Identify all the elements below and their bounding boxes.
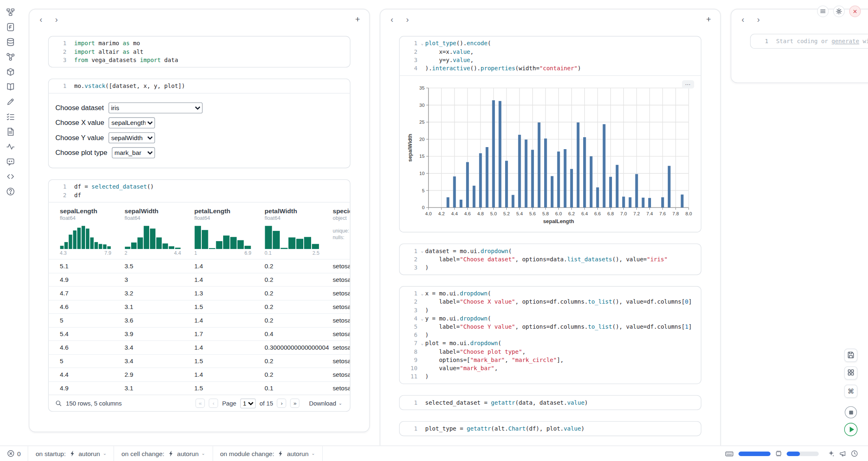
app-view-button[interactable] bbox=[844, 366, 857, 380]
choose-x-value-select[interactable]: sepalLength bbox=[108, 117, 155, 128]
fold-chevron-icon[interactable]: ⌄ bbox=[421, 289, 424, 297]
line-number: 2 bbox=[404, 255, 417, 263]
search-icon[interactable] bbox=[55, 400, 62, 406]
table-row: 4.931.40.2setosa bbox=[49, 272, 350, 286]
outline-icon bbox=[6, 112, 15, 121]
table-cell: 3.9 bbox=[125, 330, 194, 337]
cell-editor[interactable]: 1⌄dataset = mo.ui.dropdown(2 label="Choo… bbox=[399, 244, 701, 274]
table-column-header[interactable]: petalWidthfloat640.12.5 bbox=[265, 207, 333, 256]
cell-editor[interactable]: 1df = selected_dataset()2df bbox=[49, 180, 350, 202]
first-page-button[interactable]: « bbox=[196, 399, 205, 408]
sidebar-panel-packages[interactable] bbox=[6, 67, 15, 76]
shutdown-button[interactable]: × bbox=[849, 5, 861, 17]
choose-dataset-select[interactable]: iris bbox=[108, 102, 202, 113]
page-select[interactable]: 1 bbox=[240, 398, 256, 408]
column-min-max: 0.12.5 bbox=[265, 250, 319, 256]
notebook-cell: 1df = selected_dataset()2dfsepalLengthfl… bbox=[48, 179, 350, 412]
run-all-button[interactable] bbox=[844, 423, 857, 436]
keyboard-shortcuts-button[interactable]: ⌘ bbox=[844, 385, 857, 398]
column-prev-button[interactable]: ‹ bbox=[387, 14, 397, 24]
ai-assistant-icon[interactable] bbox=[828, 450, 835, 457]
sidebar-panel-file-explorer[interactable] bbox=[6, 23, 15, 32]
table-cell: 5 bbox=[60, 317, 125, 323]
sidebar-panel-datasources[interactable] bbox=[6, 38, 15, 47]
chart-options-button[interactable]: ⋯ bbox=[682, 80, 694, 88]
on-module-change-value: autorun bbox=[287, 450, 309, 457]
fold-chevron-icon[interactable]: ⌄ bbox=[421, 314, 424, 323]
on-startup-setting[interactable]: on startup: autorun ⌄ bbox=[28, 446, 114, 461]
fold-chevron-icon[interactable]: ⌄ bbox=[421, 39, 424, 48]
floppy-save-icon bbox=[847, 350, 855, 360]
column-next-button[interactable]: › bbox=[402, 14, 412, 24]
sidebar-panel-outline[interactable] bbox=[6, 112, 15, 121]
on-cell-change-setting[interactable]: on cell change: autorun ⌄ bbox=[114, 446, 213, 461]
next-page-button[interactable]: › bbox=[277, 399, 286, 408]
tracebacks-icon bbox=[6, 142, 15, 151]
sidebar-panel-table-of-contents[interactable] bbox=[6, 8, 15, 17]
table-column-header[interactable]: sepalWidthfloat6424.4 bbox=[125, 207, 194, 256]
save-button[interactable] bbox=[844, 349, 857, 362]
line-number: 3 bbox=[404, 56, 417, 64]
table-column-header[interactable]: sepalLengthfloat644.37.9 bbox=[60, 207, 125, 256]
sidebar-panel-snippets[interactable] bbox=[6, 172, 15, 181]
sidebar-panel-dependency-graph[interactable] bbox=[6, 53, 15, 62]
cell-editor[interactable]: 1Start coding or generate with AI. bbox=[750, 35, 868, 48]
feedback-icon[interactable] bbox=[839, 450, 847, 457]
settings-button[interactable] bbox=[833, 5, 845, 17]
notebook-cell: 1⌄plot_type().encode(2 x=x.value,3 y=y.v… bbox=[399, 36, 701, 233]
download-label: Download bbox=[309, 400, 336, 406]
cell-editor[interactable]: 1import marimo as mo2import altair as al… bbox=[49, 37, 350, 67]
cell-editor[interactable]: 1⌄x = mo.ui.dropdown(2 label="Choose X v… bbox=[399, 287, 701, 384]
column-prev-button[interactable]: ‹ bbox=[36, 14, 46, 24]
sidebar-panel-documentation[interactable] bbox=[6, 83, 15, 92]
download-button[interactable]: Download⌄ bbox=[309, 400, 342, 406]
table-cell: 4.9 bbox=[60, 276, 125, 283]
table-row: 4.73.21.30.2setosa bbox=[49, 286, 350, 300]
sidebar-panel-help[interactable] bbox=[6, 187, 15, 196]
interrupt-button[interactable] bbox=[845, 406, 857, 419]
cell-editor[interactable]: 1plot_type = getattr(alt.Chart(df), plot… bbox=[399, 422, 701, 436]
table-row: 4.42.91.40.2setosa bbox=[49, 367, 350, 381]
generate-with-ai-link[interactable]: generate bbox=[831, 38, 859, 44]
altair-bar-chart[interactable]: 4.04.24.44.64.85.05.25.45.65.86.06.26.46… bbox=[406, 83, 697, 225]
cell-editor[interactable]: 1mo.vstack([dataset, x, y, plot]) bbox=[49, 79, 350, 93]
last-page-button[interactable]: » bbox=[290, 399, 300, 408]
svg-text:6.2: 6.2 bbox=[568, 211, 575, 216]
notebook-cell: 1⌄x = mo.ui.dropdown(2 label="Choose X v… bbox=[399, 286, 701, 384]
notebook-cell: 1import marimo as mo2import altair as al… bbox=[48, 36, 350, 68]
fold-chevron-icon[interactable]: ⌄ bbox=[421, 339, 424, 348]
add-cell-button[interactable]: + bbox=[704, 14, 713, 24]
session-history-icon[interactable] bbox=[851, 450, 858, 457]
choose-plot-type-select[interactable]: mark_bar bbox=[112, 147, 155, 158]
dropdown-row: Choose datasetiris bbox=[55, 100, 343, 115]
svg-text:20: 20 bbox=[419, 137, 425, 142]
line-number: 7⌄ bbox=[404, 339, 417, 348]
table-cell: 0.2 bbox=[265, 303, 333, 310]
cell-editor[interactable]: 1⌄plot_type().encode(2 x=x.value,3 y=y.v… bbox=[399, 37, 701, 75]
table-column-header[interactable]: speciesobjectunique:nulls: bbox=[333, 207, 351, 256]
add-cell-button[interactable]: + bbox=[353, 14, 362, 24]
svg-text:sepalWidth: sepalWidth bbox=[407, 134, 413, 161]
column-next-button[interactable]: › bbox=[51, 14, 61, 24]
sidebar-panel-ai-chat[interactable] bbox=[6, 157, 15, 166]
previous-page-button[interactable]: ‹ bbox=[209, 399, 218, 408]
column-next-button[interactable]: › bbox=[753, 14, 763, 24]
svg-text:6.6: 6.6 bbox=[594, 211, 601, 216]
max-value: 2.5 bbox=[312, 250, 319, 256]
column-prev-button[interactable]: ‹ bbox=[738, 14, 748, 24]
cell-editor[interactable]: 1selected_dataset = getattr(data, datase… bbox=[399, 396, 701, 410]
on-cell-change-value: autorun bbox=[177, 450, 199, 457]
sidebar-panel-scratchpad[interactable] bbox=[6, 97, 15, 106]
table-column-header[interactable]: petalLengthfloat6416.9 bbox=[194, 207, 265, 256]
keyboard-icon[interactable] bbox=[725, 449, 734, 457]
svg-text:4.8: 4.8 bbox=[477, 211, 484, 216]
choose-y-value-select[interactable]: sepalWidth bbox=[108, 132, 155, 143]
errors-indicator[interactable]: 0 bbox=[0, 446, 28, 461]
sidebar-panel-tracebacks[interactable] bbox=[6, 142, 15, 151]
fold-chevron-icon[interactable]: ⌄ bbox=[421, 247, 424, 255]
svg-text:6.8: 6.8 bbox=[607, 211, 614, 216]
column-min-max: 4.37.9 bbox=[60, 250, 111, 256]
on-module-change-setting[interactable]: on module change: autorun ⌄ bbox=[213, 446, 323, 461]
sidebar-panel-logs[interactable] bbox=[6, 127, 15, 136]
notebook-menu-button[interactable] bbox=[817, 5, 829, 17]
